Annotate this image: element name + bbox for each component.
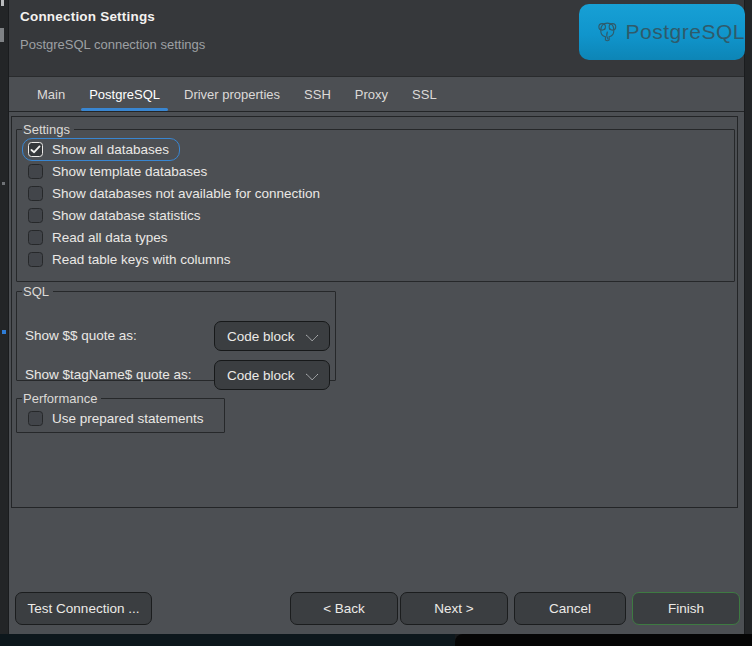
show-tagname-quote-select[interactable]: Code block [214,360,330,390]
postgresql-logo-text: PostgreSQL [626,20,745,44]
sql-group-label: SQL [22,284,53,299]
show-tagname-quote-label: Show $tagName$ quote as: [25,360,192,390]
background-window-artifact [0,28,4,42]
checkbox-label: Show all databases [52,142,169,157]
background-window-teal [0,634,455,646]
checkbox-label: Show database statistics [52,208,201,223]
background-windows-bottom [0,634,752,646]
combo-selected-value: Code block [227,368,295,383]
checkbox-show-template-databases[interactable]: Show template databases [25,160,726,182]
checkbox-label: Read table keys with columns [52,252,231,267]
combo-selected-value: Code block [227,329,295,344]
background-window-right-strip [745,0,752,634]
show-dollar-quote-select[interactable]: Code block [214,321,330,351]
tab-content-panel: Settings Show all databases Show templat… [11,116,738,508]
postgresql-logo: PostgreSQL [579,4,745,60]
checkbox-label: Use prepared statements [52,411,204,426]
checkbox-show-all-databases[interactable]: Show all databases [25,138,726,160]
checkbox-read-all-data-types[interactable]: Read all data types [25,226,726,248]
tab-main[interactable]: Main [25,78,77,111]
page-title: Connection Settings [20,9,155,24]
background-window-left-strip [0,0,8,634]
settings-group-label: Settings [22,122,74,137]
checkmark-icon [30,145,41,154]
checkbox-read-table-keys[interactable]: Read table keys with columns [25,248,726,270]
checkbox-show-database-statistics[interactable]: Show database statistics [25,204,726,226]
checkbox-show-databases-not-available[interactable]: Show databases not available for connect… [25,182,726,204]
cancel-button[interactable]: Cancel [514,592,626,625]
tab-ssh[interactable]: SSH [292,78,343,111]
background-window-artifact [2,182,5,185]
finish-button[interactable]: Finish [632,592,740,625]
background-window-artifact [1,0,4,6]
chevron-down-icon [306,328,319,341]
dialog-header: Connection Settings PostgreSQL connectio… [9,0,744,77]
settings-tabbar: Main PostgreSQL Driver properties SSH Pr… [9,78,744,112]
back-button[interactable]: < Back [290,592,398,625]
tab-ssl[interactable]: SSL [400,78,449,111]
checkbox-box [28,252,43,267]
postgresql-elephant-icon [597,11,618,53]
checkbox-label: Read all data types [52,230,168,245]
chevron-down-icon [306,367,319,380]
checkbox-box [28,164,43,179]
settings-group: Settings Show all databases Show templat… [16,122,735,282]
checkbox-label: Show databases not available for connect… [52,186,320,201]
test-connection-button[interactable]: Test Connection ... [15,592,152,625]
tab-proxy[interactable]: Proxy [343,78,400,111]
checkbox-box [28,411,43,426]
page-subtitle: PostgreSQL connection settings [20,37,205,52]
performance-group: Performance Use prepared statements [16,391,225,433]
sql-group: SQL Show $$ quote as: Code block Show $t… [16,284,336,381]
checkbox-label: Show template databases [52,164,207,179]
checkbox-use-prepared-statements[interactable]: Use prepared statements [25,407,216,429]
tab-postgresql[interactable]: PostgreSQL [77,78,172,111]
checkbox-box [28,186,43,201]
checkbox-box [28,208,43,223]
checkbox-box [28,230,43,245]
next-button[interactable]: Next > [400,592,508,625]
show-dollar-quote-label: Show $$ quote as: [25,321,137,351]
checkbox-box [28,142,43,157]
connection-settings-dialog: Connection Settings PostgreSQL connectio… [8,0,745,634]
performance-group-label: Performance [22,391,101,406]
tab-driver-properties[interactable]: Driver properties [172,78,292,111]
background-window-artifact [2,330,6,334]
background-window-black [455,634,752,646]
